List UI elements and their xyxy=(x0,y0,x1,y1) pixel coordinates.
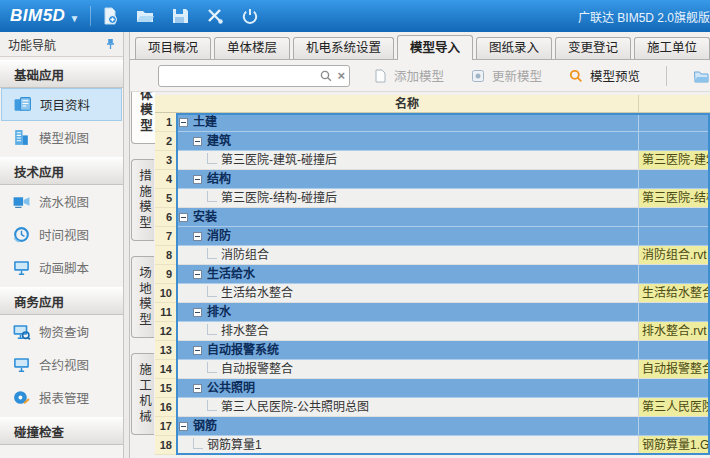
row-number: 4 xyxy=(155,170,176,189)
row-name-cell: 生活给水 xyxy=(176,265,639,284)
table-row[interactable]: 7消防 xyxy=(155,227,710,246)
sidebar-item-time-view[interactable]: 时间视图 xyxy=(0,218,123,251)
sidebar-section-collision-check[interactable]: 碰撞检查 xyxy=(0,417,123,445)
app-logo[interactable]: BIM5D xyxy=(0,6,65,26)
table-row[interactable]: 15公共照明 xyxy=(155,379,710,398)
row-file-cell: 第三人民医院 xyxy=(639,398,710,417)
row-file-cell xyxy=(639,132,710,151)
row-number: 2 xyxy=(155,132,176,151)
table-row[interactable]: 12排水整合排水整合.rvt xyxy=(155,322,710,341)
row-file-cell: 第三医院-建筑 xyxy=(639,151,710,170)
sidebar-section-label: 基础应用 xyxy=(14,65,64,84)
row-number: 10 xyxy=(155,284,176,303)
table-row[interactable]: 8消防组合消防组合.rvt xyxy=(155,246,710,265)
sidebar-section-business-apps[interactable]: 商务应用 xyxy=(0,287,123,315)
update-model-button[interactable]: 更新模型 xyxy=(470,66,542,85)
collapse-icon[interactable] xyxy=(179,422,188,431)
model-toolbar: × 添加模型更新模型模型预览新建分组 xyxy=(130,59,710,92)
new-group-button[interactable]: 新建分组 xyxy=(693,66,710,85)
row-name: 生活给水 xyxy=(207,265,255,283)
row-name-cell: 第三医院-建筑-碰撞后 xyxy=(176,151,639,170)
power-button[interactable] xyxy=(240,6,260,26)
sidebar-section-label: 碰撞检查 xyxy=(14,422,64,441)
row-number: 6 xyxy=(155,208,176,227)
collapse-icon[interactable] xyxy=(193,232,202,241)
row-file: 自动报警整合 xyxy=(642,362,710,376)
row-name-cell: 消防 xyxy=(176,227,639,246)
table-row[interactable]: 13自动报警系统 xyxy=(155,341,710,360)
vtab-site-model[interactable]: 场地模型 xyxy=(131,256,154,338)
tools-button[interactable] xyxy=(205,6,225,26)
sidebar-item-model-view[interactable]: 模型视图 xyxy=(0,121,123,154)
button-label: 添加模型 xyxy=(394,66,444,85)
collapse-icon[interactable] xyxy=(179,213,188,222)
collapse-icon[interactable] xyxy=(193,346,202,355)
row-number: 17 xyxy=(155,417,176,436)
table-row[interactable]: 2建筑 xyxy=(155,132,710,151)
sidebar-section-label: 商务应用 xyxy=(14,292,64,311)
add-model-button[interactable]: 添加模型 xyxy=(372,66,444,85)
clock-icon xyxy=(12,225,31,244)
table-row[interactable]: 6安装 xyxy=(155,208,710,227)
sidebar-item-animation-script[interactable]: 动画脚本 xyxy=(0,251,123,284)
row-name: 排水 xyxy=(207,303,231,321)
row-name-cell: 土建 xyxy=(176,113,639,132)
sidebar-item-material-query[interactable]: 物资查询 xyxy=(0,315,123,348)
table-row[interactable]: 3第三医院-建筑-碰撞后第三医院-建筑 xyxy=(155,151,710,170)
chevron-down-icon[interactable]: ▼ xyxy=(69,13,79,24)
tab-model-import[interactable]: 模型导入 xyxy=(397,35,473,60)
table-row[interactable]: 1土建 xyxy=(155,113,710,132)
row-number: 12 xyxy=(155,322,176,341)
sidebar-section-basic-apps[interactable]: 基础应用 xyxy=(0,60,123,88)
tab-building-floors[interactable]: 单体楼层 xyxy=(214,37,290,59)
tab-mep-settings[interactable]: 机电系统设置 xyxy=(293,37,394,59)
new-file-button[interactable] xyxy=(100,6,120,26)
row-name: 第三人民医院-公共照明总图 xyxy=(221,398,369,416)
collapse-icon[interactable] xyxy=(193,384,202,393)
table-row[interactable]: 9生活给水 xyxy=(155,265,710,284)
row-number: 16 xyxy=(155,398,176,417)
row-file-cell xyxy=(639,341,710,360)
tab-drawing-entry[interactable]: 图纸录入 xyxy=(476,37,552,59)
tab-construction-unit[interactable]: 施工单位 xyxy=(634,37,710,59)
collapse-icon[interactable] xyxy=(179,118,188,127)
row-number: 13 xyxy=(155,341,176,360)
table-row[interactable]: 16第三人民医院-公共照明总图第三人民医院 xyxy=(155,398,710,417)
row-file-cell xyxy=(639,113,710,132)
collapse-icon[interactable] xyxy=(193,175,202,184)
row-number: 18 xyxy=(155,436,176,455)
model-preview-button[interactable]: 模型预览 xyxy=(568,66,640,85)
collapse-icon[interactable] xyxy=(193,270,202,279)
sidebar-section-tech-apps[interactable]: 技术应用 xyxy=(0,157,123,185)
vtab-measure-model[interactable]: 措施模型 xyxy=(131,159,154,241)
pin-icon[interactable] xyxy=(105,38,116,50)
table-row[interactable]: 5第三医院-结构-碰撞后第三医院-结构 xyxy=(155,189,710,208)
clear-search-icon[interactable]: × xyxy=(337,69,345,82)
tree-connector-icon xyxy=(207,362,217,373)
sidebar-item-contract-view[interactable]: 合约视图 xyxy=(0,348,123,381)
collapse-icon[interactable] xyxy=(193,308,202,317)
search-input[interactable] xyxy=(165,68,319,84)
open-folder-button[interactable] xyxy=(135,6,155,26)
search-icon[interactable] xyxy=(319,69,333,83)
row-file: 第三医院-结构 xyxy=(642,191,710,205)
vtab-construction-machinery[interactable]: 施工机械 xyxy=(131,353,154,435)
table-row[interactable]: 10生活给水整合生活给水整合 xyxy=(155,284,710,303)
tab-change-register[interactable]: 变更登记 xyxy=(555,37,631,59)
table-row[interactable]: 14自动报警整合自动报警整合 xyxy=(155,360,710,379)
sidebar-item-project-data[interactable]: 项目资料 xyxy=(1,88,122,121)
row-file: 消防组合.rvt xyxy=(642,248,707,262)
sidebar-item-flow-view[interactable]: 流水视图 xyxy=(0,185,123,218)
collapse-icon[interactable] xyxy=(193,137,202,146)
row-name-cell: 排水 xyxy=(176,303,639,322)
row-file: 排水整合.rvt xyxy=(642,324,707,338)
table-row[interactable]: 18钢筋算量1钢筋算量1.GGJ xyxy=(155,436,710,455)
button-label: 模型预览 xyxy=(590,66,640,85)
sidebar-item-label: 模型视图 xyxy=(39,128,89,147)
sidebar-item-report-manage[interactable]: 报表管理 xyxy=(0,381,123,414)
table-row[interactable]: 4结构 xyxy=(155,170,710,189)
tab-project-overview[interactable]: 项目概况 xyxy=(135,37,211,59)
table-row[interactable]: 11排水 xyxy=(155,303,710,322)
table-row[interactable]: 17钢筋 xyxy=(155,417,710,436)
save-button[interactable] xyxy=(170,6,190,26)
